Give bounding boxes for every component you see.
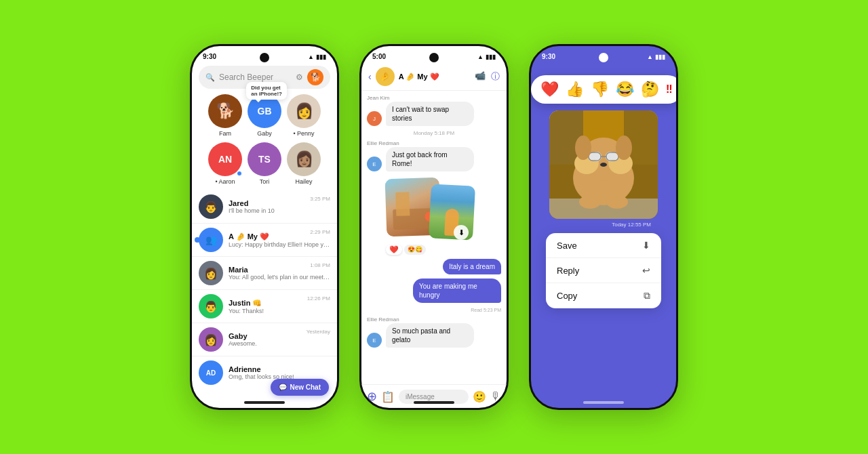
context-copy[interactable]: Copy ⧉ <box>546 283 661 308</box>
svg-point-19 <box>579 195 601 209</box>
dog-svg <box>549 110 658 219</box>
chat-item-justin[interactable]: 👨 Justin 👊 You: Thanks! 12:26 PM <box>192 290 337 323</box>
react-laugh[interactable]: 😂 <box>616 81 634 98</box>
chat-avatar-group: 👥 <box>199 228 223 252</box>
chat-item-jared[interactable]: 👨 Jared I'll be home in 10 3:25 PM <box>192 190 337 224</box>
chat-icon: 💬 <box>279 384 287 391</box>
react-thumbs-down[interactable]: 👎 <box>591 81 609 98</box>
wifi-icon: ▲ <box>308 54 314 60</box>
chat-avatar-jared: 👨 <box>199 194 223 219</box>
sent-msg-1: Italy is a dream <box>367 259 501 274</box>
aaron-dot <box>237 171 242 176</box>
save-label: Save <box>557 241 577 251</box>
chat-content-adrienne: Adrienne Omg, that looks so nice! <box>229 365 330 380</box>
context-menu: Save ⬇ Reply ↩ Copy ⧉ <box>546 233 661 308</box>
unread-dot <box>195 237 200 243</box>
emoji-icon[interactable]: 🙂 <box>473 390 486 403</box>
svg-point-20 <box>606 195 628 209</box>
chat-header-name: A 🤌 My ❤️ <box>399 73 471 81</box>
status-time-2: 5:00 <box>372 53 386 60</box>
svg-rect-15 <box>607 153 618 160</box>
chat-time-group: 2:29 PM <box>310 229 330 235</box>
header-icons: 📹 ⓘ <box>475 70 500 83</box>
reaction-heart: ❤️ <box>386 245 402 255</box>
video-icon[interactable]: 📹 <box>475 70 486 83</box>
download-button[interactable]: ⬇ <box>454 225 469 240</box>
dog-photo <box>549 110 658 219</box>
gear-icon[interactable]: ⚙ <box>296 73 303 82</box>
bubble-sent-1: Italy is a dream <box>443 259 501 274</box>
date-divider: Monday 5:18 PM <box>367 130 501 136</box>
photo-timestamp: Today 12:55 PM <box>549 222 658 228</box>
emoji-reaction-bar: ❤️ 👍 👎 😂 🤔 ‼️ <box>531 75 678 104</box>
camera-notch-1 <box>260 53 269 62</box>
story-hailey[interactable]: 👩🏽 Hailey <box>287 142 321 185</box>
phone-1: 9:30 ▲ ▮▮▮ 🔍 Search Beeper ⚙ 🐕 🐕 Fam GB … <box>190 44 339 410</box>
chat-time-gaby: Yesterday <box>307 329 330 335</box>
chat-preview-group: Lucy: Happy birthday Ellie!! Hope you've… <box>229 241 330 248</box>
home-indicator-1 <box>244 401 285 404</box>
sent-msg-2: You are making me hungry <box>367 278 501 303</box>
add-icon[interactable]: ⊕ <box>367 389 377 404</box>
message-ellie-1: Ellie Redman E Just got back from Rome! <box>367 140 501 171</box>
phone-2: 5:00 ▲ ▮▮▮ ‹ 🤌 A 🤌 My ❤️ 📹 ⓘ Jean Kim J … <box>359 44 509 410</box>
svg-point-18 <box>616 136 632 160</box>
status-time-1: 9:30 <box>203 53 216 60</box>
react-heart[interactable]: ❤️ <box>540 81 559 98</box>
info-icon[interactable]: ⓘ <box>491 70 500 83</box>
user-avatar[interactable]: 🐕 <box>307 69 323 85</box>
story-aaron-label: • Aaron <box>215 178 235 185</box>
react-thumbs-up[interactable]: 👍 <box>566 81 584 98</box>
context-reply[interactable]: Reply ↩ <box>546 258 661 283</box>
react-exclaim[interactable]: ‼️ <box>666 83 673 96</box>
read-receipt: Read 5:23 PM <box>367 308 501 312</box>
chat-list: 👨 Jared I'll be home in 10 3:25 PM 👥 A 🤌… <box>192 190 337 389</box>
new-chat-label: New Chat <box>290 384 321 391</box>
chat-input-bar: ⊕ 📋 iMessage 🙂 🎙 <box>361 384 507 408</box>
chat-avatar-adrienne: AD <box>199 360 223 385</box>
wifi-icon-3: ▲ <box>647 54 653 60</box>
react-thinking[interactable]: 🤔 <box>641 81 659 98</box>
messages-area: Jean Kim J I can't wait to swap stories … <box>361 91 507 384</box>
home-indicator-3 <box>583 401 624 404</box>
chat-time-maria: 1:08 PM <box>310 262 330 268</box>
story-penny[interactable]: 👩 • Penny <box>287 94 321 137</box>
camera-notch-3 <box>599 53 608 62</box>
status-time-3: 9:30 <box>542 53 555 60</box>
new-chat-button[interactable]: 💬 New Chat <box>271 379 329 396</box>
chat-item-group[interactable]: 👥 A 🤌 My ❤️ Lucy: Happy birthday Ellie!!… <box>192 224 337 257</box>
bubble-jean-1: I can't wait to swap stories <box>386 102 474 126</box>
input-placeholder: iMessage <box>406 393 435 400</box>
story-fam[interactable]: 🐕 Fam <box>208 94 242 137</box>
story-gaby-label: Gaby <box>257 130 272 137</box>
story-aaron[interactable]: AN • Aaron <box>208 142 242 185</box>
camera-icon[interactable]: 📋 <box>381 390 395 403</box>
avatar-ellie-2: E <box>367 333 382 348</box>
context-save[interactable]: Save ⬇ <box>546 233 661 258</box>
photo-collage: ⬇ ❤️ 😍😋 <box>386 178 501 255</box>
story-tori[interactable]: TS Tori <box>248 142 281 185</box>
phone-3-main: ❤️ 👍 👎 😂 🤔 ‼️ <box>531 63 676 308</box>
status-icons-1: ▲ ▮▮▮ <box>308 54 326 60</box>
chat-item-maria[interactable]: 👩 Maria You: All good, let's plan in our… <box>192 257 337 290</box>
chat-avatar-justin: 👨 <box>199 294 223 318</box>
reply-icon: ↩ <box>642 265 650 276</box>
chat-name-adrienne: Adrienne <box>229 365 330 373</box>
status-icons-3: ▲ ▮▮▮ <box>647 54 665 60</box>
chat-time-jared: 3:25 PM <box>310 196 330 202</box>
camera-notch-2 <box>429 53 439 62</box>
chat-item-gaby[interactable]: 👩 Gaby Awesome. Yesterday <box>192 323 337 356</box>
svg-point-17 <box>575 136 591 160</box>
back-button[interactable]: ‹ <box>368 71 372 82</box>
stories-row-2: AN • Aaron TS Tori 👩🏽 Hailey <box>192 142 337 190</box>
status-icons-2: ▲ ▮▮▮ <box>477 54 496 60</box>
chat-preview-gaby: Awesome. <box>229 340 330 347</box>
stories-row-1: 🐕 Fam GB Did you getan iPhone!? Gaby 👩 •… <box>192 94 337 142</box>
search-icon: 🔍 <box>205 73 215 82</box>
mic-icon[interactable]: 🎙 <box>490 390 501 403</box>
phone-3: 9:30 ▲ ▮▮▮ ❤️ 👍 👎 😂 🤔 ‼️ <box>529 44 678 410</box>
message-jean-1: Jean Kim J I can't wait to swap stories <box>367 95 501 126</box>
search-input[interactable]: Search Beeper <box>219 73 292 82</box>
story-gaby[interactable]: GB Did you getan iPhone!? Gaby <box>248 94 281 137</box>
chat-avatar-gaby: 👩 <box>199 327 223 352</box>
